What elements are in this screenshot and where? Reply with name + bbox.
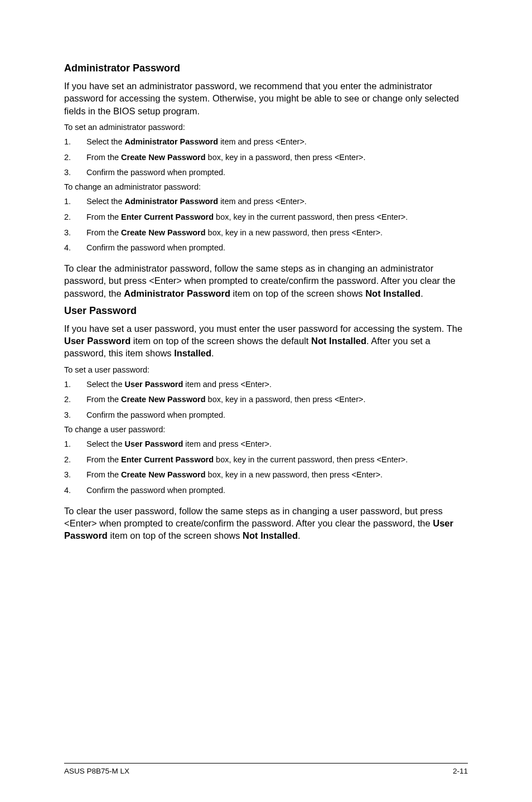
admin-change-step-2: 2. From the Enter Current Password box, … <box>64 211 468 224</box>
user-change-lead: To change a user password: <box>64 425 468 434</box>
list-number: 1. <box>64 136 86 148</box>
list-text: Select the Administrator Password item a… <box>86 196 468 208</box>
list-text: From the Create New Password box, key in… <box>86 152 468 164</box>
user-change-step-2: 2. From the Enter Current Password box, … <box>64 454 468 466</box>
user-change-step-3: 3. From the Create New Password box, key… <box>64 469 468 481</box>
admin-set-step-3: 3. Confirm the password when prompted. <box>64 167 468 179</box>
user-password-heading: User Password <box>64 305 468 317</box>
list-text: Select the Administrator Password item a… <box>86 136 468 148</box>
user-clear-text: To clear the user password, follow the s… <box>64 505 468 542</box>
list-number: 1. <box>64 196 86 208</box>
list-number: 2. <box>64 454 86 466</box>
list-number: 4. <box>64 485 86 497</box>
list-text: Confirm the password when prompted. <box>86 242 468 254</box>
admin-intro-text: If you have set an administrator passwor… <box>64 80 468 117</box>
list-text: From the Enter Current Password box, key… <box>86 211 468 224</box>
list-number: 4. <box>64 242 86 254</box>
list-number: 2. <box>64 394 86 406</box>
list-text: From the Create New Password box, key in… <box>86 394 468 406</box>
user-set-step-1: 1. Select the User Password item and pre… <box>64 379 468 391</box>
list-number: 2. <box>64 211 86 224</box>
admin-set-lead: To set an administrator password: <box>64 123 468 132</box>
admin-change-step-1: 1. Select the Administrator Password ite… <box>64 196 468 208</box>
admin-password-heading: Administrator Password <box>64 62 468 74</box>
footer-product-name: ASUS P8B75-M LX <box>64 767 129 775</box>
user-set-lead: To set a user password: <box>64 365 468 374</box>
list-text: Confirm the password when prompted. <box>86 409 468 422</box>
admin-clear-text: To clear the administrator password, fol… <box>64 262 468 299</box>
user-set-step-2: 2. From the Create New Password box, key… <box>64 394 468 406</box>
user-set-step-3: 3. Confirm the password when prompted. <box>64 409 468 422</box>
list-text: Select the User Password item and press … <box>86 438 468 451</box>
list-text: Confirm the password when prompted. <box>86 485 468 497</box>
list-text: From the Create New Password box, key in… <box>86 469 468 481</box>
list-text: Confirm the password when prompted. <box>86 167 468 179</box>
list-number: 3. <box>64 167 86 179</box>
user-intro-text: If you have set a user password, you mus… <box>64 322 468 360</box>
page-footer: ASUS P8B75-M LX 2-11 <box>64 763 468 775</box>
list-number: 1. <box>64 438 86 451</box>
admin-change-step-4: 4. Confirm the password when prompted. <box>64 242 468 254</box>
list-number: 3. <box>64 409 86 422</box>
user-change-step-4: 4. Confirm the password when prompted. <box>64 485 468 497</box>
list-number: 2. <box>64 152 86 164</box>
admin-set-step-1: 1. Select the Administrator Password ite… <box>64 136 468 148</box>
list-text: From the Enter Current Password box, key… <box>86 454 468 466</box>
user-change-step-1: 1. Select the User Password item and pre… <box>64 438 468 451</box>
admin-set-step-2: 2. From the Create New Password box, key… <box>64 152 468 164</box>
list-text: Select the User Password item and press … <box>86 379 468 391</box>
admin-change-lead: To change an administrator password: <box>64 182 468 191</box>
footer-page-number: 2-11 <box>453 767 468 775</box>
list-number: 3. <box>64 227 86 239</box>
list-text: From the Create New Password box, key in… <box>86 227 468 239</box>
list-number: 3. <box>64 469 86 481</box>
list-number: 1. <box>64 379 86 391</box>
admin-change-step-3: 3. From the Create New Password box, key… <box>64 227 468 239</box>
